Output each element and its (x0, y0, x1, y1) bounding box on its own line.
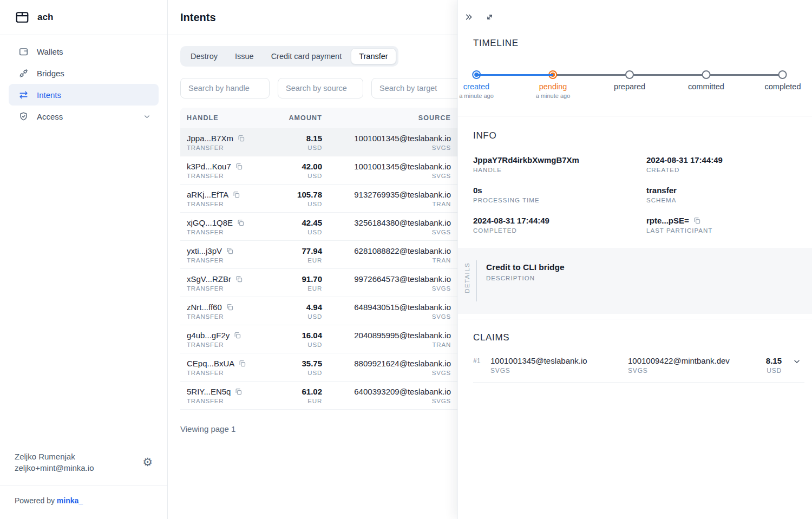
intent-handle: zNrt...ff60 (187, 303, 222, 312)
gear-icon[interactable]: ⚙ (142, 457, 153, 468)
intent-source: 9132769935@teslabank.io (322, 190, 451, 199)
wallet-icon (18, 47, 29, 57)
transfer-arrows-icon (18, 90, 29, 100)
user-email: zeljko+mint@minka.io (15, 462, 94, 474)
table-row[interactable]: xSgV...RZBr TRANSFER 91.70 EUR 997266457… (180, 269, 457, 297)
table-row[interactable]: aRKj...EfTA TRANSFER 105.78 USD 91327699… (180, 185, 457, 213)
intent-handle: Jppa...B7Xm (187, 134, 233, 143)
timeline-heading: TIMELINE (473, 38, 797, 49)
user-block: Zeljko Rumenjak zeljko+mint@minka.io ⚙ (0, 441, 167, 485)
timeline-section: TIMELINE created a minute ago pending a … (458, 23, 812, 102)
sidebar-item-wallets[interactable]: Wallets (9, 41, 159, 62)
intent-handle: CEpq...BxUA (187, 359, 234, 368)
package-icon (15, 10, 30, 25)
search-by-handle-input[interactable] (180, 78, 270, 98)
intent-type: TRANSFER (187, 285, 273, 292)
intent-source: 6281088822@teslabank.io (322, 246, 451, 255)
copy-icon[interactable] (693, 216, 701, 225)
table-row[interactable]: g4ub...gF2y TRANSFER 16.04 USD 204089599… (180, 325, 457, 353)
tab-credit-card-payment[interactable]: Credit card payment (263, 48, 350, 64)
intent-type: TRANSFER (187, 257, 273, 264)
intent-amount: 91.70 (273, 274, 322, 284)
table-row[interactable]: xjGQ...1Q8E TRANSFER 42.45 USD 325618438… (180, 213, 457, 241)
intent-type-tabs: Destroy Issue Credit card payment Transf… (180, 46, 398, 67)
col-target: TARGET (451, 114, 457, 122)
copy-icon[interactable] (237, 134, 245, 142)
timeline-step-committed: committed (688, 70, 724, 91)
copy-icon[interactable] (233, 331, 241, 339)
intent-type: TRANSFER (187, 398, 273, 404)
chevron-down-icon[interactable] (793, 357, 801, 366)
user-name: Zeljko Rumenjak (15, 451, 94, 463)
table-row[interactable]: 5RIY...EN5q TRANSFER 61.02 EUR 640039320… (180, 382, 457, 410)
powered-by-text: Powered by (15, 496, 57, 505)
search-by-source-input[interactable] (278, 78, 363, 98)
copy-icon[interactable] (226, 247, 234, 255)
copy-icon[interactable] (232, 190, 240, 199)
search-by-target-input[interactable] (371, 78, 457, 98)
claims-section: CLAIMS #1 1001001345@teslabank.io SVGS 1… (458, 319, 812, 383)
intent-currency: USD (273, 201, 322, 207)
timeline-step-completed: completed (765, 70, 801, 91)
sidebar-item-access[interactable]: Access (9, 106, 159, 127)
sidebar-item-label: Bridges (37, 69, 64, 78)
col-amount: AMOUNT (273, 114, 322, 122)
info-section: INFO JppaY7Rd4irkbXwmgB7Xm HANDLE 2024-0… (458, 116, 812, 234)
minka-brand-link[interactable]: minka_ (57, 496, 83, 505)
intent-source-symbol: SVGS (322, 173, 451, 179)
sidebar: ach Wallets (0, 0, 168, 519)
timeline-dot (625, 70, 634, 79)
intent-type: TRANSFER (187, 313, 273, 320)
pagination-status: Viewing page 1 (180, 424, 457, 433)
intent-amount: 42.45 (273, 218, 322, 227)
timeline-step-prepared: prepared (614, 70, 645, 91)
copy-icon[interactable] (235, 275, 243, 283)
sidebar-item-intents[interactable]: Intents (9, 84, 159, 106)
tab-issue[interactable]: Issue (227, 48, 262, 64)
intent-amount: 8.15 (273, 134, 322, 143)
claim-index: #1 (473, 356, 490, 365)
intent-source-symbol: SVGS (322, 285, 451, 292)
table-row[interactable]: CEpq...BxUA TRANSFER 35.75 USD 880992162… (180, 353, 457, 382)
intent-source-symbol: SVGS (322, 370, 451, 376)
ledger-name: ach (37, 12, 53, 23)
chevron-down-icon (143, 113, 151, 121)
tab-destroy[interactable]: Destroy (182, 48, 226, 64)
copy-icon[interactable] (237, 219, 245, 227)
intent-handle: xjGQ...1Q8E (187, 218, 233, 227)
copy-icon[interactable] (234, 387, 243, 396)
intent-source-symbol: TRAN (322, 257, 451, 264)
timeline-dot (778, 70, 787, 79)
sidebar-item-label: Access (37, 112, 63, 121)
info-item-handle: JppaY7Rd4irkbXwmgB7Xm HANDLE (473, 155, 646, 173)
sidebar-item-bridges[interactable]: Bridges (9, 62, 159, 84)
expand-panel-icon[interactable] (483, 11, 496, 23)
claim-row[interactable]: #1 1001001345@teslabank.io SVGS 10010094… (473, 356, 804, 383)
info-item-completed: 2024-08-31 17:44:49 COMPLETED (473, 216, 646, 234)
info-item-schema: transfer SCHEMA (646, 186, 797, 203)
app-logo: ach (0, 0, 167, 35)
status-timeline: created a minute ago pending a minute ag… (476, 70, 783, 102)
table-header: HANDLE AMOUNT SOURCE TARGET (180, 108, 457, 128)
intent-currency: EUR (273, 398, 322, 404)
intent-type: TRANSFER (187, 144, 273, 151)
intent-source-symbol: TRAN (322, 201, 451, 207)
intent-currency: USD (273, 341, 322, 348)
info-item-processing-time: 0s PROCESSING TIME (473, 186, 646, 203)
claim-target: 1001009422@mintbank.dev SVGS (628, 356, 765, 375)
copy-icon[interactable] (238, 359, 246, 367)
intent-source: 1001001345@teslabank.io (322, 134, 451, 143)
tab-transfer[interactable]: Transfer (351, 48, 396, 64)
intent-type: TRANSFER (187, 341, 273, 348)
intent-type: TRANSFER (187, 229, 273, 235)
intent-description: Credit to CLI bridge (486, 262, 565, 272)
intent-currency: EUR (273, 285, 322, 292)
copy-icon[interactable] (235, 162, 243, 170)
collapse-panel-icon[interactable] (463, 11, 475, 23)
table-row[interactable]: zNrt...ff60 TRANSFER 4.94 USD 6489430515… (180, 297, 457, 325)
table-row[interactable]: k3Pd...Kou7 TRANSFER 42.00 USD 100100134… (180, 156, 457, 185)
copy-icon[interactable] (226, 303, 234, 311)
intent-currency: USD (273, 173, 322, 179)
table-row[interactable]: Jppa...B7Xm TRANSFER 8.15 USD 1001001345… (180, 128, 457, 156)
table-row[interactable]: yxti...j3pV TRANSFER 77.94 EUR 628108882… (180, 241, 457, 269)
